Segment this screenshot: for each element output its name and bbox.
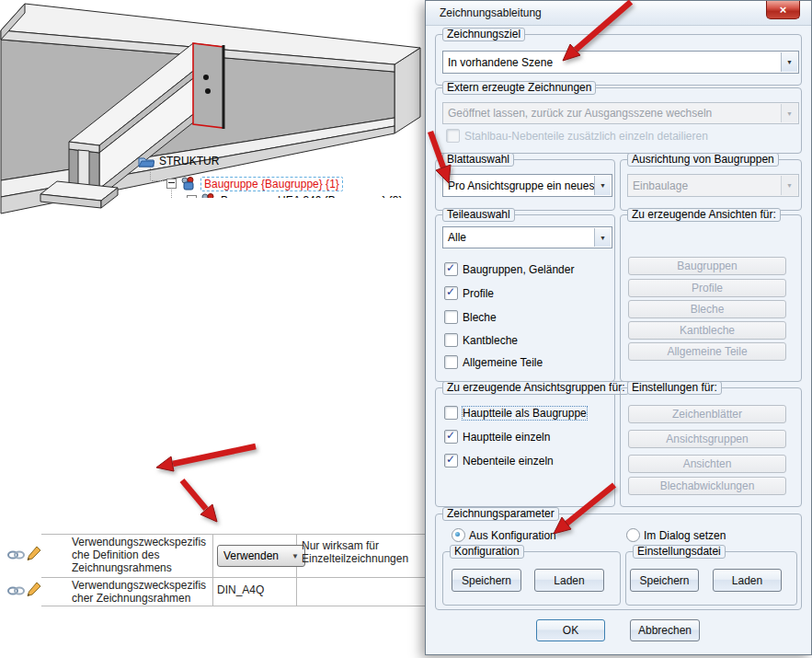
chevron-down-icon: ▼ — [781, 176, 797, 195]
tree-item-label: STRUKTUR — [159, 155, 219, 167]
property-table: Verwendungszweckspezifische Definition d… — [0, 525, 428, 626]
bleche-button: Bleche — [628, 300, 786, 318]
chevron-down-icon[interactable]: ▼ — [594, 228, 611, 247]
teileauswahl-combobox[interactable]: Alle ▼ — [442, 226, 612, 248]
aus-konfiguration-radio[interactable] — [452, 528, 465, 542]
ok-button[interactable]: OK — [536, 619, 605, 641]
zeichnungsziel-value: In vorhandene Szene — [448, 56, 553, 69]
collapse-box-icon[interactable] — [187, 195, 197, 198]
structure-tree: STRUKTUR Baugruppe {Baugruppe} {1} Baugr… — [0, 0, 425, 198]
config-tree: Verwendungszweckabhängig ▷ Vorlage ▷ DEF… — [0, 368, 423, 511]
group-label: Zeichnungsziel — [442, 28, 525, 41]
property-value: DIN_A4Q — [217, 583, 291, 596]
allgemeine-teile-button: Allgemeine Teile — [628, 342, 786, 361]
bleche-checkbox[interactable] — [444, 310, 458, 324]
table-border — [41, 577, 426, 578]
im-dialog-setzen-label: Im Dialog setzen — [644, 529, 726, 542]
blattauswahl-combobox[interactable]: Pro Ansichtsgruppe ein neues B ▼ — [442, 174, 612, 197]
zeichnungsziel-combobox[interactable]: In vorhandene Szene ▼ — [442, 51, 799, 74]
hauptteile-einzeln-checkbox[interactable] — [444, 430, 458, 444]
nebenteile-einzeln-checkbox[interactable] — [444, 454, 458, 468]
baugruppen-button: Baugruppen — [628, 257, 786, 275]
group-label: Zeichnungsparameter — [442, 507, 559, 521]
chevron-down-icon[interactable]: ▼ — [781, 52, 797, 72]
verwenden-dropdown[interactable]: Verwenden ▼ — [217, 545, 305, 567]
group-label: Zu erzeugende Ansichtsgruppen für: — [442, 381, 629, 395]
cancel-button[interactable]: Abbrechen — [630, 619, 700, 641]
einstellungsdatei-speichern-button[interactable]: Speichern — [630, 569, 699, 592]
konfiguration-laden-button[interactable]: Laden — [534, 569, 604, 592]
pencil-icon[interactable] — [27, 582, 41, 598]
tree-item-label: Baugruppe HEA 340 {Baugruppe} {3} — [221, 194, 403, 199]
collapse-box-icon[interactable] — [166, 179, 177, 189]
allgemeine-teile-label: Allgemeine Teile — [463, 356, 543, 369]
ausrichtung-combobox: Einbaulage ▼ — [627, 174, 799, 197]
zeichnungsableitung-dialog: Zeichnungsableitung × Zeichnungsziel In … — [425, 0, 812, 655]
dialog-title: Zeichnungsableitung — [440, 6, 542, 19]
bleche-label: Bleche — [463, 311, 497, 324]
group-label: Blattauswahl — [442, 153, 514, 167]
table-border — [41, 534, 426, 535]
hauptteile-einzeln-label: Hauptteile einzeln — [463, 431, 550, 444]
verwenden-dropdown-value: Verwenden — [223, 549, 279, 562]
close-icon: × — [780, 3, 787, 17]
group-ansichtsgruppen: Zu erzeugende Ansichtsgruppen für: — [435, 387, 615, 507]
teileauswahl-value: Alle — [448, 231, 466, 244]
pencil-icon[interactable] — [27, 546, 41, 562]
ansichtsgruppen-button: Ansichtsgruppen — [628, 430, 786, 448]
chevron-down-icon: ▼ — [292, 552, 299, 560]
group-label: Einstellungsdatei — [633, 545, 726, 559]
kantbleche-checkbox[interactable] — [444, 333, 458, 347]
blattauswahl-value: Pro Ansichtsgruppe ein neues B — [448, 179, 605, 192]
profile-label: Profile — [463, 287, 494, 300]
allgemeine-teile-checkbox[interactable] — [444, 355, 458, 369]
tree-connector — [152, 180, 165, 181]
konfiguration-speichern-button[interactable]: Speichern — [452, 569, 521, 592]
tree-item-baugruppe-1[interactable]: Baugruppe {Baugruppe} {1} — [166, 176, 343, 191]
baugruppen-gelaender-checkbox[interactable] — [444, 262, 458, 276]
profile-button: Profile — [628, 279, 786, 297]
assembly-icon — [200, 193, 216, 198]
baugruppen-gelaender-label: Baugruppen, Geländer — [463, 263, 574, 276]
im-dialog-setzen-radio[interactable] — [626, 528, 640, 542]
tree-item-baugruppe-hea340-3[interactable]: Baugruppe HEA 340 {Baugruppe} {3} — [187, 192, 403, 198]
chevron-down-icon: ▼ — [781, 104, 797, 122]
chevron-down-icon[interactable]: ▼ — [594, 176, 611, 195]
nebenteile-einzeln-label: Nebenteile einzeln — [463, 455, 554, 468]
assembly-icon — [180, 177, 196, 190]
stahlbau-nebenteile-label: Stahlbau-Nebenteile zusätzlich einzeln d… — [464, 130, 708, 143]
tree-connector — [150, 167, 151, 180]
table-border — [212, 534, 213, 606]
hauptteile-als-baugruppe-label: Hauptteile als Baugruppe — [463, 407, 587, 420]
property-label: Verwendungszweckspezifische Definition d… — [72, 536, 212, 574]
table-border — [41, 606, 426, 606]
kantbleche-label: Kantbleche — [463, 334, 518, 347]
folder-icon — [138, 155, 154, 167]
group-label: Konfiguration — [450, 545, 524, 559]
group-label: Ausrichtung von Baugruppen — [627, 153, 779, 167]
group-label: Einstellungen für: — [627, 381, 722, 395]
dialog-titlebar[interactable]: Zeichnungsableitung × — [426, 1, 811, 26]
property-note: Nur wirksam für Einzelteilzeichnungen — [302, 539, 426, 565]
ausrichtung-value: Einbaulage — [633, 179, 688, 192]
stahlbau-nebenteile-checkbox — [446, 129, 460, 143]
tree-item-label-selected: Baugruppe {Baugruppe} {1} — [200, 177, 343, 191]
extern-combobox: Geöffnet lassen, zurück zur Ausgangsszen… — [442, 102, 799, 124]
aus-konfiguration-label: Aus Konfiguration — [469, 529, 556, 542]
profile-checkbox[interactable] — [444, 286, 458, 300]
extern-value: Geöffnet lassen, zurück zur Ausgangsszen… — [448, 107, 712, 120]
close-button[interactable]: × — [766, 1, 800, 19]
kantbleche-button: Kantbleche — [628, 321, 786, 340]
link-icon — [7, 548, 26, 561]
group-label: Zu erzeugende Ansichten für: — [627, 208, 781, 222]
einstellungsdatei-laden-button[interactable]: Laden — [713, 569, 782, 592]
link-icon — [7, 584, 26, 597]
group-label: Extern erzeugte Zeichnungen — [442, 81, 596, 95]
group-label: Teileauswahl — [442, 208, 515, 222]
tree-item-struktur[interactable]: STRUKTUR — [138, 153, 219, 168]
zeichenblaetter-button: Zeichenblätter — [628, 405, 786, 423]
property-label: Verwendungszweckspezifischer Zeichnungsr… — [72, 579, 212, 605]
blechabwicklungen-button: Blechabwicklungen — [628, 477, 786, 495]
hauptteile-als-baugruppe-checkbox[interactable] — [444, 406, 458, 420]
ansichten-button: Ansichten — [628, 455, 786, 473]
